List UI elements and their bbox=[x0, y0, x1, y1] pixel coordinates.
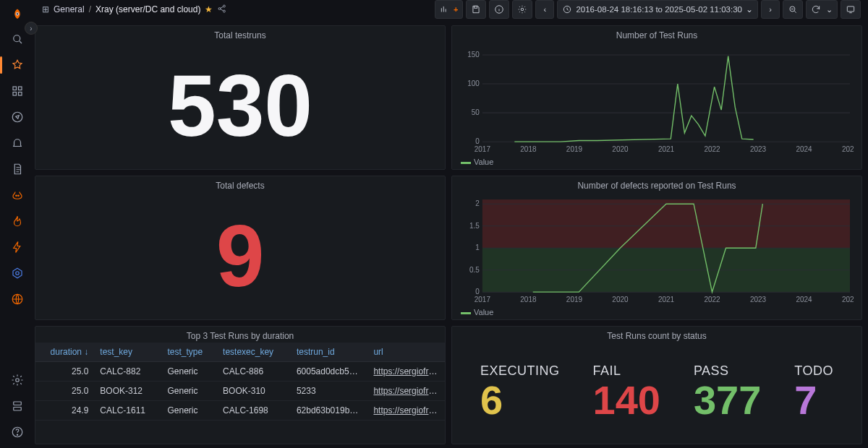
defects-chart-svg: 00.511.522017201820192020202120222023202… bbox=[459, 195, 854, 305]
svg-text:2020: 2020 bbox=[612, 145, 629, 153]
col-url[interactable]: url bbox=[367, 343, 445, 362]
time-next-button[interactable]: › bbox=[761, 0, 780, 19]
cell-test_type: Generic bbox=[161, 362, 217, 382]
table-row[interactable]: 25.0CALC-882GenericCALC-8866005ad0dcb5d5… bbox=[35, 362, 445, 382]
settings-icon[interactable] bbox=[6, 369, 29, 392]
svg-text:0.5: 0.5 bbox=[469, 266, 480, 274]
cell-url[interactable]: https://sergiofreire… bbox=[367, 382, 445, 401]
svg-text:2: 2 bbox=[475, 199, 480, 207]
cell-test_key: BOOK-312 bbox=[94, 382, 161, 401]
breadcrumb-name[interactable]: Xray (server/DC and cloud) bbox=[95, 4, 200, 14]
cell-url[interactable]: https://sergiofreire… bbox=[367, 401, 445, 421]
cell-test_type: Generic bbox=[161, 401, 217, 421]
cell-test_type: Generic bbox=[161, 382, 217, 401]
stat-value: 530 bbox=[168, 62, 312, 149]
starred-icon[interactable] bbox=[6, 53, 29, 77]
dashboards-icon[interactable] bbox=[6, 79, 29, 103]
cell-duration: 25.0 bbox=[35, 362, 94, 382]
save-button[interactable] bbox=[466, 0, 486, 19]
info-button[interactable] bbox=[489, 0, 509, 19]
cell-testexec_key: CALC-1698 bbox=[217, 401, 291, 421]
svg-text:2021: 2021 bbox=[658, 145, 675, 153]
dashboard-grid: Total testruns 530 Number of Test Runs 0… bbox=[35, 20, 868, 448]
breadcrumb: ⊞ General / Xray (server/DC and cloud) ★ bbox=[42, 4, 227, 16]
svg-point-10 bbox=[16, 272, 20, 275]
col-testrun_id[interactable]: testrun_id bbox=[291, 343, 368, 362]
svg-rect-20 bbox=[475, 6, 477, 8]
help-icon[interactable] bbox=[6, 421, 29, 444]
bolt-icon[interactable] bbox=[6, 236, 29, 259]
panel-title: Top 3 Test Runs by duration bbox=[35, 327, 445, 343]
panel-defects-chart[interactable]: Number of defects reported on Test Runs … bbox=[451, 176, 862, 320]
time-range-button[interactable]: 2016-08-24 18:16:13 to 2025-05-02 11:03:… bbox=[557, 0, 758, 19]
settings-button[interactable] bbox=[512, 0, 532, 19]
status-row: EXECUTING6FAIL140PASS377TODO7 bbox=[452, 343, 861, 444]
col-duration[interactable]: duration bbox=[35, 343, 94, 362]
col-test_type[interactable]: test_type bbox=[161, 343, 217, 362]
view-mode-button[interactable] bbox=[841, 0, 861, 19]
svg-rect-13 bbox=[14, 402, 22, 405]
time-prev-button[interactable]: ‹ bbox=[535, 0, 554, 19]
grafana-logo[interactable] bbox=[7, 4, 27, 25]
svg-text:2019: 2019 bbox=[566, 145, 583, 153]
svg-text:0: 0 bbox=[475, 137, 480, 145]
svg-point-22 bbox=[522, 8, 524, 11]
svg-point-1 bbox=[14, 35, 20, 42]
col-testexec_key[interactable]: testexec_key bbox=[217, 343, 291, 362]
explore-icon[interactable] bbox=[6, 105, 29, 129]
panel-runs-chart[interactable]: Number of Test Runs 05010015020172018201… bbox=[451, 25, 862, 170]
share-icon[interactable] bbox=[217, 4, 227, 16]
svg-text:2018: 2018 bbox=[520, 296, 537, 303]
kubernetes-icon[interactable] bbox=[6, 262, 29, 285]
col-test_key[interactable]: test_key bbox=[94, 343, 161, 362]
refresh-button[interactable]: ⌄ bbox=[806, 0, 838, 19]
panel-title: Number of defects reported on Test Runs bbox=[452, 176, 861, 192]
star-icon[interactable]: ★ bbox=[205, 4, 213, 14]
cell-testrun_id: 6005ad0dcb5d5a00… bbox=[291, 362, 368, 382]
svg-text:2022: 2022 bbox=[704, 296, 720, 303]
svg-text:50: 50 bbox=[472, 108, 480, 116]
svg-text:150: 150 bbox=[467, 51, 480, 59]
svg-point-12 bbox=[16, 379, 20, 382]
svg-marker-9 bbox=[13, 268, 22, 278]
ai-icon[interactable] bbox=[6, 184, 29, 207]
cell-testexec_key: CALC-886 bbox=[217, 362, 291, 382]
globe-icon[interactable] bbox=[6, 288, 29, 311]
panel-status-counts[interactable]: Test Runs count by status EXECUTING6FAIL… bbox=[451, 326, 862, 444]
status-label: EXECUTING bbox=[480, 363, 560, 379]
cell-testrun_id: 62bd63b019b61f5e… bbox=[291, 401, 368, 421]
cell-url[interactable]: https://sergiofreire… bbox=[367, 362, 445, 382]
zoom-out-button[interactable] bbox=[783, 0, 803, 19]
svg-rect-43 bbox=[482, 199, 850, 248]
panel-total-testruns[interactable]: Total testruns 530 bbox=[35, 25, 446, 170]
panel-top-runs[interactable]: Top 3 Test Runs by duration durationtest… bbox=[35, 326, 446, 444]
add-panel-button[interactable]: + bbox=[435, 0, 463, 19]
top-runs-table: durationtest_keytest_typetestexec_keytes… bbox=[35, 343, 445, 421]
svg-text:2017: 2017 bbox=[475, 145, 491, 153]
status-label: PASS bbox=[694, 363, 729, 379]
stat-value: 9 bbox=[216, 212, 265, 299]
document-icon[interactable] bbox=[6, 158, 29, 181]
time-range-text: 2016-08-24 18:16:13 to 2025-05-02 11:03:… bbox=[576, 5, 742, 14]
table-row[interactable]: 25.0BOOK-312GenericBOOK-3105233https://s… bbox=[35, 382, 445, 401]
svg-point-0 bbox=[16, 13, 18, 15]
server-icon[interactable] bbox=[6, 395, 29, 418]
fire-icon[interactable] bbox=[6, 210, 29, 233]
panel-total-defects[interactable]: Total defects 9 bbox=[35, 176, 446, 320]
svg-text:2022: 2022 bbox=[704, 145, 720, 153]
breadcrumb-root[interactable]: General bbox=[54, 4, 85, 14]
svg-text:2019: 2019 bbox=[566, 296, 583, 303]
svg-text:2023: 2023 bbox=[750, 145, 767, 153]
svg-text:2024: 2024 bbox=[796, 145, 812, 153]
status-value: 6 bbox=[480, 380, 503, 421]
table-row[interactable]: 24.9CALC-1611GenericCALC-169862bd63b019b… bbox=[35, 401, 445, 421]
alerting-icon[interactable] bbox=[6, 132, 29, 155]
svg-rect-14 bbox=[14, 408, 22, 411]
cell-duration: 24.9 bbox=[35, 401, 94, 421]
status-pass: PASS377 bbox=[694, 363, 761, 421]
svg-rect-25 bbox=[847, 7, 854, 12]
status-label: TODO bbox=[794, 363, 833, 379]
svg-text:2021: 2021 bbox=[658, 296, 675, 303]
expand-nav-button[interactable]: › bbox=[25, 22, 38, 35]
status-fail: FAIL140 bbox=[592, 363, 660, 421]
